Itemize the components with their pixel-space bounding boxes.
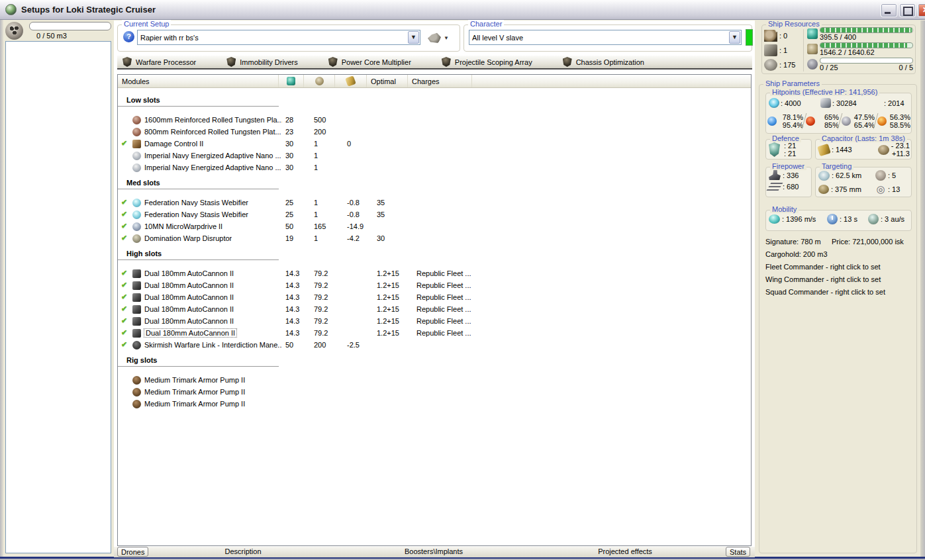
defence-value-2: : 21 xyxy=(784,150,796,158)
column-capacitor[interactable] xyxy=(335,75,367,87)
module-row[interactable]: ✔Dual 180mm AutoCannon II14.379.21.2+15R… xyxy=(118,304,751,316)
module-charges: Republic Fleet ... xyxy=(416,293,471,301)
module-list: Low slots1600mm Reinforced Rolled Tungst… xyxy=(118,88,751,410)
module-charges: Republic Fleet ... xyxy=(416,317,471,325)
capacitor-charge-icon xyxy=(817,143,831,156)
tab-drones[interactable]: Drones xyxy=(117,547,148,557)
module-row[interactable]: ✔Federation Navy Stasis Webifier251-0.83… xyxy=(118,209,751,221)
section-spacer xyxy=(118,367,751,375)
module-row[interactable]: ✔Domination Warp Disruptor191-4.230 xyxy=(118,233,751,245)
webifier-icon xyxy=(132,210,141,219)
module-row[interactable]: ✔Skirmish Warfare Link - Interdiction Ma… xyxy=(118,340,751,351)
column-charges[interactable]: Charges xyxy=(408,75,472,87)
shield-resist-value: 47.5% xyxy=(854,113,875,121)
damage-control-icon xyxy=(132,140,141,148)
fitted-check-icon: ✔ xyxy=(121,234,127,242)
setup-select[interactable]: Rapier with rr bs's ▼ xyxy=(137,30,420,45)
module-cap: -14.9 xyxy=(347,222,364,230)
module-name: Medium Trimark Armor Pump II xyxy=(144,388,245,396)
character-caption: Character xyxy=(468,20,504,28)
squad-commander-slot[interactable]: Squad Commander - right click to set xyxy=(765,286,915,299)
column-optimal[interactable]: Optimal xyxy=(367,75,408,87)
character-skills-indicator xyxy=(746,29,753,46)
chevron-down-icon[interactable]: ▼ xyxy=(729,31,740,44)
max-targets-icon xyxy=(875,170,886,181)
autocannon-icon xyxy=(132,269,141,278)
module-name: Dual 180mm AutoCannon II xyxy=(144,281,234,289)
fitted-check-icon: ✔ xyxy=(121,293,127,301)
defence-shield-icon xyxy=(769,142,780,157)
title-bar[interactable]: Setups for Loki Strategic Cruiser xyxy=(0,0,925,20)
tab-boosters-implants[interactable]: Boosters\Implants xyxy=(387,547,480,557)
module-row[interactable]: ✔Dual 180mm AutoCannon II14.379.21.2+15R… xyxy=(118,280,751,292)
hitpoint-pools: : 4000: 30284: 2014 xyxy=(769,98,910,108)
column-modules[interactable]: Modules xyxy=(118,75,279,87)
volley-value: : 336 xyxy=(783,171,799,179)
subsystem-icon xyxy=(563,57,572,67)
minimize-button[interactable] xyxy=(881,3,897,17)
shield-hp-icon xyxy=(769,98,779,108)
module-powergrid: 79.2 xyxy=(314,329,328,337)
module-name: 1600mm Reinforced Rolled Tungsten Pla... xyxy=(144,116,282,124)
autocannon-icon xyxy=(132,317,141,326)
subsystem-tab[interactable]: Chassis Optimization xyxy=(563,57,644,67)
module-cpu: 19 xyxy=(285,234,293,242)
tab-projected-effects[interactable]: Projected effects xyxy=(579,547,671,557)
module-row[interactable]: ✔Dual 180mm AutoCannon II14.379.21.2+15R… xyxy=(118,328,751,340)
column-powergrid[interactable] xyxy=(304,75,335,87)
column-cpu[interactable] xyxy=(279,75,304,87)
firepower-caption: Firepower xyxy=(770,162,806,170)
module-row[interactable]: 800mm Reinforced Rolled Tungsten Plat...… xyxy=(118,126,751,138)
module-row[interactable]: Imperial Navy Energized Adaptive Nano ..… xyxy=(118,150,751,162)
drone-bandwidth-icon xyxy=(807,59,818,70)
module-row[interactable]: Imperial Navy Energized Adaptive Nano ..… xyxy=(118,162,751,174)
module-charges: Republic Fleet ... xyxy=(416,329,471,337)
explosive-resist-icon xyxy=(877,117,887,126)
resource-bars: 395.5 / 4001546.2 / 1640.620 / 250 / 5 xyxy=(807,27,913,73)
subsystem-tab[interactable]: Warfare Processor xyxy=(122,57,196,67)
fitted-check-icon: ✔ xyxy=(121,222,127,230)
hardpoint-row: : 1 xyxy=(764,43,801,58)
resource-bar xyxy=(820,42,913,48)
armor-resist-value: 58.5% xyxy=(890,121,910,129)
module-powergrid: 79.2 xyxy=(314,305,328,313)
wing-commander-slot[interactable]: Wing Commander - right click to set xyxy=(765,273,915,286)
module-row[interactable]: Medium Trimark Armor Pump II xyxy=(118,398,751,410)
fitted-check-icon: ✔ xyxy=(121,281,127,289)
capacitor-icon xyxy=(345,75,356,87)
resource-bar-row: 0 / 250 / 5 xyxy=(807,58,913,73)
maximize-button[interactable] xyxy=(899,3,916,17)
tab-stats[interactable]: Stats xyxy=(726,547,750,557)
module-powergrid: 79.2 xyxy=(314,281,328,289)
module-row[interactable]: ✔10MN MicroWarpdrive II50165-14.9 xyxy=(118,221,751,233)
subsystem-tab[interactable]: Immobility Drivers xyxy=(226,57,297,67)
fleet-commander-slot[interactable]: Fleet Commander - right click to set xyxy=(765,261,915,273)
module-row[interactable]: Medium Trimark Armor Pump II xyxy=(118,375,751,387)
shield-resist-value: 78.1% xyxy=(783,113,803,121)
close-button[interactable] xyxy=(918,3,925,17)
module-row[interactable]: ✔Dual 180mm AutoCannon II14.379.21.2+15R… xyxy=(118,316,751,328)
module-row[interactable]: ✔Dual 180mm AutoCannon II14.379.21.2+15R… xyxy=(118,268,751,280)
module-row[interactable]: ✔Dual 180mm AutoCannon II14.379.21.2+15R… xyxy=(118,292,751,304)
module-row[interactable]: ✔Damage Control II3010 xyxy=(118,138,751,150)
module-row[interactable]: 1600mm Reinforced Rolled Tungsten Pla...… xyxy=(118,115,751,126)
chevron-down-icon[interactable]: ▼ xyxy=(408,31,419,44)
module-row[interactable]: ✔Federation Navy Stasis Webifier251-0.83… xyxy=(118,197,751,209)
slot-section-title: Med slots xyxy=(118,179,279,189)
module-row[interactable]: Medium Trimark Armor Pump II xyxy=(118,387,751,398)
subsystem-tab[interactable]: Projectile Scoping Array xyxy=(442,57,532,67)
subsystem-icon xyxy=(226,57,236,67)
price-value: Price: 721,000,000 isk xyxy=(832,236,904,248)
setup-tools-button[interactable]: ▼ xyxy=(426,30,454,45)
webifier-icon xyxy=(132,199,141,207)
tab-description[interactable]: Description xyxy=(197,547,289,557)
module-optimal: 30 xyxy=(377,234,385,242)
hitpoint-value: : 2014 xyxy=(884,99,904,107)
module-name: 800mm Reinforced Rolled Tungsten Plat... xyxy=(144,128,281,136)
character-select[interactable]: All level V slave ▼ xyxy=(469,30,742,45)
subsystem-tab[interactable]: Power Core Multiplier xyxy=(328,57,411,67)
help-icon[interactable]: ? xyxy=(123,31,134,42)
drone-list[interactable] xyxy=(5,41,111,553)
fitted-check-icon: ✔ xyxy=(121,328,127,337)
subsystem-label: Warfare Processor xyxy=(136,58,196,66)
